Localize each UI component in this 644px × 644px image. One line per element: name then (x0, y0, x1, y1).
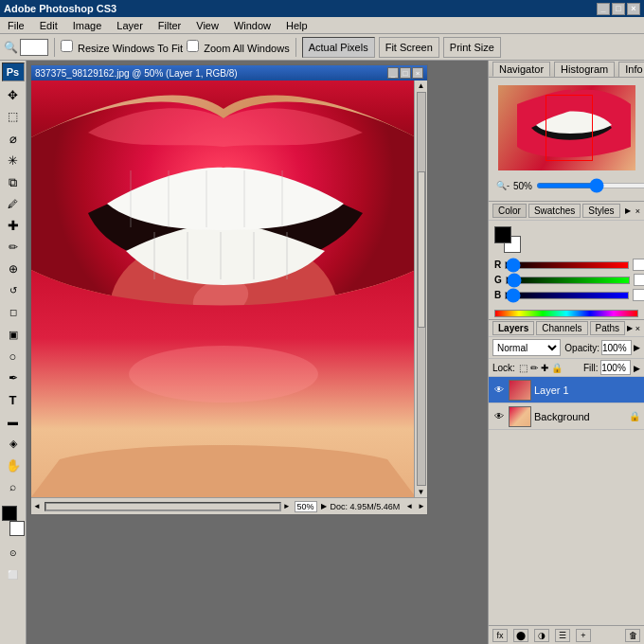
screen-mode-btn[interactable]: ⬜ (3, 564, 24, 585)
tool-healing[interactable]: ✚ (3, 215, 24, 236)
tab-navigator[interactable]: Navigator (492, 62, 550, 77)
layer1-visibility[interactable]: 👁 (492, 384, 506, 397)
tab-paths[interactable]: Paths (590, 321, 626, 335)
scroll-left[interactable]: ◄ (33, 502, 41, 510)
tab-layers[interactable]: Layers (492, 321, 534, 335)
options-toolbar: 🔍 Resize Windows To Fit Zoom All Windows… (0, 34, 644, 61)
opacity-arrow[interactable]: ▶ (634, 343, 640, 352)
next-btn[interactable]: ► (416, 502, 427, 510)
fill-arrow[interactable]: ▶ (634, 364, 640, 373)
status-arrow[interactable]: ▶ (321, 502, 327, 510)
delete-layer-button[interactable]: 🗑 (625, 629, 640, 642)
color-panel-close[interactable]: × (635, 206, 640, 216)
quick-mask-btn[interactable]: ⊙ (3, 543, 24, 564)
foreground-color-box[interactable] (494, 226, 511, 243)
tool-zoom-display: 🔍 (4, 39, 48, 56)
vertical-scrollbar[interactable]: ▲ ▼ (414, 80, 427, 497)
tool-pen[interactable]: ✒ (3, 367, 24, 388)
add-style-button[interactable]: fx (492, 629, 508, 642)
maximize-button[interactable]: □ (612, 3, 625, 15)
b-label: B (494, 290, 501, 300)
red-slider[interactable] (505, 261, 629, 269)
minimize-button[interactable]: _ (597, 3, 610, 15)
tool-shape[interactable]: ▬ (3, 411, 24, 432)
layers-panel-arrow[interactable]: ▶ (627, 324, 633, 332)
layers-panel-close[interactable]: × (635, 324, 640, 333)
tool-crop[interactable]: ⧉ (3, 171, 24, 192)
close-button[interactable]: × (627, 3, 640, 15)
layer-row-background[interactable]: 👁 Background 🔒 (489, 403, 644, 430)
tool-lasso[interactable]: ⌀ (3, 128, 24, 149)
background-color-swatch[interactable] (9, 521, 25, 536)
new-adjustment-button[interactable]: ◑ (534, 629, 549, 642)
tool-zoom[interactable]: ⌕ (3, 476, 24, 497)
tab-color[interactable]: Color (492, 204, 527, 218)
new-layer-button[interactable]: + (576, 629, 591, 642)
tab-channels[interactable]: Channels (536, 321, 587, 335)
lock-transparent-btn[interactable]: ⬚ (519, 363, 528, 373)
image-canvas-wrapper[interactable] (31, 80, 414, 497)
tool-clone[interactable]: ⊕ (3, 259, 24, 279)
layers-list: 👁 Layer 1 👁 Background 🔒 (489, 377, 644, 625)
tool-history-brush[interactable]: ↺ (3, 280, 24, 301)
zoom-all-check[interactable] (187, 40, 199, 52)
menu-layer[interactable]: Layer (113, 19, 147, 32)
lock-image-btn[interactable]: ✏ (530, 363, 538, 373)
doc-maximize-btn[interactable]: □ (400, 67, 411, 79)
zoom-field[interactable] (20, 39, 48, 56)
prev-btn[interactable]: ◄ (403, 502, 415, 510)
green-value[interactable] (634, 274, 644, 286)
lock-all-btn[interactable]: 🔒 (551, 363, 563, 373)
tab-info[interactable]: Info (618, 62, 644, 77)
tool-dodge[interactable]: ○ (3, 346, 24, 367)
navigator-zoom-slider[interactable] (536, 183, 644, 188)
blend-mode-select[interactable]: Normal Multiply Screen (492, 339, 561, 356)
tab-swatches[interactable]: Swatches (528, 204, 581, 218)
tool-notes[interactable]: ◈ (3, 433, 24, 454)
tool-hand[interactable]: ✋ (3, 455, 24, 475)
scroll-right[interactable]: ► (283, 502, 291, 510)
opacity-input[interactable] (601, 340, 632, 355)
fit-screen-button[interactable]: Fit Screen (379, 37, 439, 58)
tab-histogram[interactable]: Histogram (554, 62, 615, 77)
tool-marquee[interactable]: ⬚ (3, 106, 24, 127)
h-scrollbar-track[interactable] (45, 502, 281, 511)
new-group-button[interactable]: ☰ (555, 629, 570, 642)
foreground-color-swatch[interactable] (2, 506, 17, 521)
blue-slider[interactable] (505, 292, 629, 299)
blue-value[interactable] (633, 289, 644, 301)
color-panel-arrow[interactable]: ▶ (625, 206, 631, 215)
nav-zoom-out[interactable]: 🔍- (496, 181, 510, 190)
red-value[interactable] (633, 259, 644, 271)
green-slider[interactable] (506, 277, 630, 284)
menu-image[interactable]: Image (69, 19, 106, 32)
print-size-button[interactable]: Print Size (443, 37, 501, 58)
tool-move[interactable]: ✥ (3, 84, 24, 105)
tool-gradient[interactable]: ▣ (3, 324, 24, 345)
lock-position-btn[interactable]: ✚ (541, 363, 548, 373)
doc-close-btn[interactable]: × (412, 67, 423, 79)
tool-brush[interactable]: ✏ (3, 237, 24, 258)
layer-row-layer1[interactable]: 👁 Layer 1 (489, 377, 644, 403)
doc-minimize-btn[interactable]: _ (387, 67, 399, 79)
resize-windows-check[interactable] (61, 40, 73, 52)
fill-input[interactable] (600, 360, 631, 375)
main-layout: Ps ✥ ⬚ ⌀ ✳ ⧉ 🖉 ✚ ✏ ⊕ ↺ ◻ ▣ ○ ✒ T ▬ ◈ ✋ ⌕… (0, 61, 644, 644)
menu-help[interactable]: Help (282, 19, 312, 32)
actual-pixels-button[interactable]: Actual Pixels (302, 37, 375, 58)
tool-magic-wand[interactable]: ✳ (3, 150, 24, 170)
tool-eraser[interactable]: ◻ (3, 302, 24, 323)
add-mask-button[interactable]: ⬤ (513, 629, 528, 642)
color-spectrum-bar[interactable] (494, 310, 638, 317)
separator-1 (54, 38, 55, 57)
tool-text[interactable]: T (3, 389, 24, 410)
menu-edit[interactable]: Edit (36, 19, 62, 32)
canvas-area: 837375_98129162.jpg @ 50% (Layer 1, RGB/… (27, 61, 488, 644)
menu-file[interactable]: File (4, 19, 28, 32)
tab-styles[interactable]: Styles (582, 204, 619, 218)
tool-eyedropper[interactable]: 🖉 (3, 193, 24, 214)
menu-view[interactable]: View (192, 19, 223, 32)
background-visibility[interactable]: 👁 (492, 410, 506, 423)
menu-window[interactable]: Window (230, 19, 275, 32)
menu-filter[interactable]: Filter (154, 19, 185, 32)
